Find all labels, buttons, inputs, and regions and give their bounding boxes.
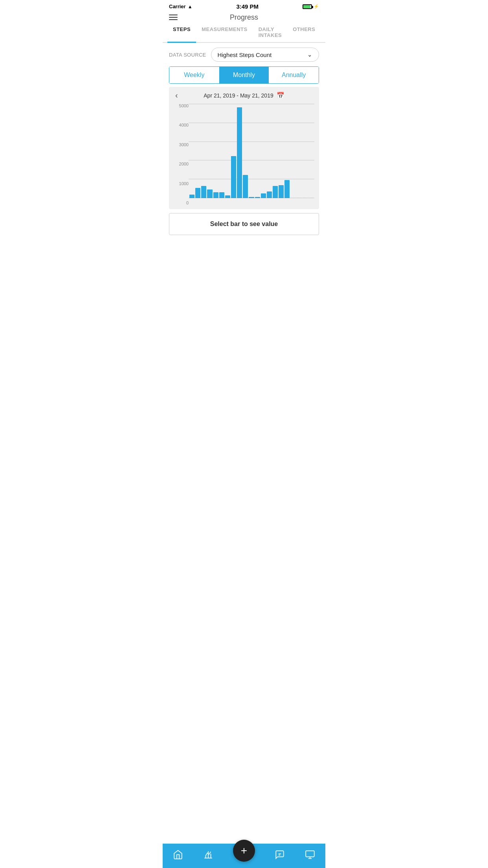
bar-11[interactable] — [255, 197, 260, 198]
chart-date-range: Apr 21, 2019 - May 21, 2019 — [204, 92, 273, 99]
data-source-selected: Highest Steps Count — [218, 51, 272, 58]
bar-20[interactable] — [308, 198, 314, 198]
y-label-3000: 3000 — [179, 143, 189, 147]
status-left: Carrier ▲ — [169, 4, 193, 9]
page-title: Progress — [230, 13, 258, 22]
tab-steps[interactable]: STEPS — [167, 22, 196, 42]
chart-y-axis: 5000 4000 3000 2000 1000 0 — [174, 104, 189, 206]
bar-4[interactable] — [213, 192, 218, 198]
period-monthly[interactable]: Monthly — [219, 67, 269, 83]
bars-wrapper — [189, 104, 314, 198]
calendar-icon[interactable]: 📅 — [277, 92, 284, 99]
charging-icon: ⚡ — [314, 4, 319, 9]
wifi-icon: ▲ — [188, 4, 193, 9]
data-source-label: DATA SOURCE — [169, 52, 206, 58]
y-label-4000: 4000 — [179, 123, 189, 127]
period-selector: Weekly Monthly Annually — [169, 66, 319, 84]
hamburger-menu[interactable] — [169, 15, 178, 20]
bar-chart: 5000 4000 3000 2000 1000 0 — [172, 104, 316, 206]
chart-container: ‹ Apr 21, 2019 - May 21, 2019 📅 5000 400… — [169, 87, 319, 209]
bar-1[interactable] — [195, 188, 200, 198]
bar-8[interactable] — [237, 107, 242, 198]
carrier-text: Carrier — [169, 4, 186, 9]
chevron-down-icon: ⌄ — [307, 51, 312, 58]
period-weekly[interactable]: Weekly — [169, 67, 219, 83]
bar-5[interactable] — [219, 192, 224, 198]
chart-bars-area — [189, 104, 314, 206]
select-bar-box[interactable]: Select bar to see value — [169, 213, 319, 235]
bar-14[interactable] — [273, 186, 278, 198]
bar-13[interactable] — [267, 191, 272, 198]
tab-daily-intakes[interactable]: DAILY INTAKES — [253, 22, 288, 42]
chart-header: ‹ Apr 21, 2019 - May 21, 2019 📅 — [172, 92, 316, 99]
select-bar-text: Select bar to see value — [210, 221, 278, 227]
bar-10[interactable] — [249, 197, 254, 198]
period-annually[interactable]: Annually — [269, 67, 319, 83]
time-display: 3:49 PM — [236, 3, 259, 10]
bar-2[interactable] — [201, 186, 206, 198]
bar-9[interactable] — [243, 175, 248, 198]
bar-17[interactable] — [290, 198, 295, 198]
data-source-dropdown[interactable]: Highest Steps Count ⌄ — [211, 48, 319, 62]
bar-19[interactable] — [303, 198, 308, 198]
header: Progress — [163, 11, 325, 22]
bar-3[interactable] — [207, 189, 212, 198]
data-source-row: DATA SOURCE Highest Steps Count ⌄ — [163, 43, 325, 66]
status-right: ⚡ — [303, 4, 319, 9]
chart-prev-button[interactable]: ‹ — [172, 89, 181, 101]
bar-18[interactable] — [297, 198, 302, 198]
bar-6[interactable] — [225, 195, 230, 198]
bar-7[interactable] — [231, 156, 236, 198]
battery-icon — [303, 4, 312, 9]
y-label-5000: 5000 — [179, 104, 189, 108]
bar-12[interactable] — [261, 193, 266, 198]
tab-measurements[interactable]: MEASUREMENTS — [196, 22, 253, 42]
tab-others[interactable]: OTHERS — [287, 22, 321, 42]
y-label-1000: 1000 — [179, 182, 189, 186]
bar-0[interactable] — [189, 195, 194, 198]
bar-16[interactable] — [284, 180, 290, 198]
bar-15[interactable] — [279, 185, 284, 198]
status-bar: Carrier ▲ 3:49 PM ⚡ — [163, 0, 325, 11]
y-label-2000: 2000 — [179, 162, 189, 166]
nav-tabs: STEPS MEASUREMENTS DAILY INTAKES OTHERS — [163, 22, 325, 43]
